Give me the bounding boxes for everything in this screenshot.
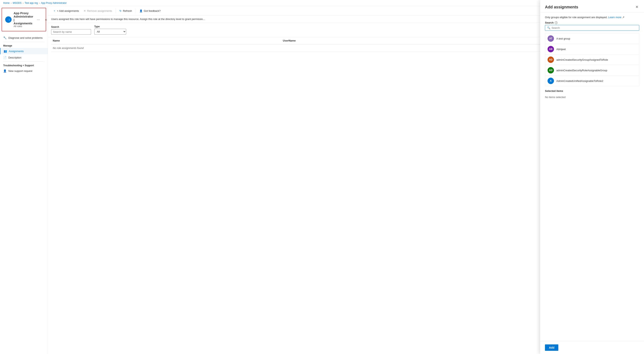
diagnose-item[interactable]: 🔧 Diagnose and solve problems [0,34,48,41]
panel-search-icon: 🔍 [547,26,550,29]
refresh-label: Refresh [123,10,132,12]
toolbar-separator-2 [136,8,136,13]
support-label: New support request [8,70,32,72]
refresh-icon: ↻ [120,10,122,12]
panel-search-field-wrapper: 🔍 [545,25,639,31]
refresh-button[interactable]: ↻ Refresh [118,8,134,14]
selected-section: Selected items No items selected [545,90,639,100]
sidebar-page-name: Assignments [14,22,32,25]
add-assignments-panel: Add assignments ✕ Only groups eligible f… [540,6,644,354]
breadcrumb-msods[interactable]: MSODS [13,2,22,4]
toolbar-separator-1 [116,8,116,13]
sidebar-role-name: App Proxy Administrator [14,12,33,18]
panel-info-text: Only groups eligible for role assignment… [545,16,608,19]
breadcrumb-sep-2: › [23,2,24,4]
search-label-text: Search [545,21,554,24]
panel-title: Add assignments [545,6,578,10]
group-avatar-ad2: AD [548,67,554,74]
group-avatar-at: AT [548,35,554,42]
manage-section-title: Manage [0,43,48,48]
sidebar-header-text: App Proxy Administrator | Assignments Al… [14,12,33,28]
sidebar-nav: 🔧 Diagnose and solve problems Manage 👥 A… [0,33,48,354]
assignments-icon: 👥 [4,50,7,53]
search-input[interactable] [51,29,91,34]
panel-search-label: Search i [545,21,639,24]
group-list: ATA test groupABAbhijeetADadminCreatedSe… [545,33,639,86]
collapse-button[interactable]: « [43,17,48,22]
sidebar-subtitle: All roles [14,25,33,28]
panel-header: Add assignments ✕ [540,6,644,12]
breadcrumb-home[interactable]: Home [3,2,10,4]
type-filter-group: Type All Users Groups Service Principals [94,25,126,34]
sidebar-divider-1 [3,42,44,42]
users-icon: 👥 [7,18,10,21]
search-filter-group: Search [51,26,91,34]
group-avatar-ad1: AD [548,56,554,63]
more-button[interactable]: ··· [35,17,41,22]
add-assignments-button[interactable]: ＋ + Add assignments [51,8,81,14]
manage-section: 🔧 Diagnose and solve problems Manage 👥 A… [0,33,48,76]
no-items-text: No items selected [545,94,639,100]
diagnose-label: Diagnose and solve problems [8,36,42,39]
breadcrumb-sep-3: › [39,2,40,4]
group-item-ad2[interactable]: ADadminCreatedSecurityRoleAssignableGrou… [545,65,639,76]
sidebar-divider-2 [3,62,44,62]
group-name-ad2: adminCreatedSecurityRoleAssignableGroup [556,69,607,72]
feedback-button[interactable]: 👤 Got feedback? [138,8,163,14]
type-filter-label: Type [94,25,126,28]
remove-assignments-button[interactable]: ✕ Remove assignments [82,8,114,14]
assignments-label: Assignments [9,50,24,53]
description-icon: 📄 [3,56,6,59]
panel-add-button[interactable]: Add [545,344,558,351]
panel-search-input[interactable] [552,26,637,29]
sidebar: 👥 App Proxy Administrator | Assignments … [0,6,48,354]
group-avatar-ab: AB [548,46,554,52]
description-label: Description [8,56,21,59]
add-icon: ＋ [53,9,56,12]
panel-footer: Add [540,341,644,354]
group-name-at: A test group [556,37,570,40]
remove-assignments-label: Remove assignments [87,10,112,12]
panel-info: Only groups eligible for role assignment… [545,16,639,19]
group-item-ad1[interactable]: ADadminCreatedSecurityGroupAssignedToRol… [545,54,639,65]
group-name-ad1: adminCreatedSecurityGroupAssignedToRole [556,58,608,61]
feedback-icon: 👤 [140,10,142,12]
search-filter-label: Search [51,26,91,28]
group-item-ab[interactable]: ABAbhijeet [545,44,639,54]
panel-body: Only groups eligible for role assignment… [540,12,644,341]
troubleshooting-section-title: Troubleshooting + Support [0,62,48,68]
sidebar-header-icon: 👥 [5,16,12,23]
type-select[interactable]: All Users Groups Service Principals [94,29,126,34]
panel-close-button[interactable]: ✕ [634,6,639,10]
sidebar-title: App Proxy Administrator | Assignments [14,12,33,25]
wrench-icon: 🔧 [3,36,6,39]
group-item-a[interactable]: AAdminCreatedUnifiedAssignableToRole2 [545,76,639,86]
selected-section-title: Selected items [545,90,639,92]
sidebar-item-support[interactable]: 👤 New support request [0,68,48,74]
sidebar-item-assignments[interactable]: 👥 Assignments [0,48,48,54]
info-text: Users assigned this role here will have … [51,18,205,20]
group-item-at[interactable]: ATA test group [545,33,639,44]
add-assignments-label: + Add assignments [57,10,79,12]
breadcrumb-sep-1: › [11,2,12,4]
group-name-ab: Abhijeet [556,48,566,51]
learn-more-link[interactable]: Learn more [608,16,622,19]
breadcrumb-test-app-reg[interactable]: Test app reg [24,2,38,4]
group-name-a: AdminCreatedUnifiedAssignableToRole2 [556,80,603,82]
remove-icon: ✕ [84,10,86,12]
search-info-icon[interactable]: i [555,21,558,24]
sidebar-item-description[interactable]: 📄 Description [0,54,48,61]
sidebar-header: 👥 App Proxy Administrator | Assignments … [2,8,46,31]
group-avatar-a: A [548,78,554,84]
feedback-label: Got feedback? [144,10,161,12]
support-icon: 👤 [3,69,6,72]
col-name: Name [51,37,281,44]
breadcrumb-app-proxy[interactable]: App Proxy Administrator [41,2,67,4]
